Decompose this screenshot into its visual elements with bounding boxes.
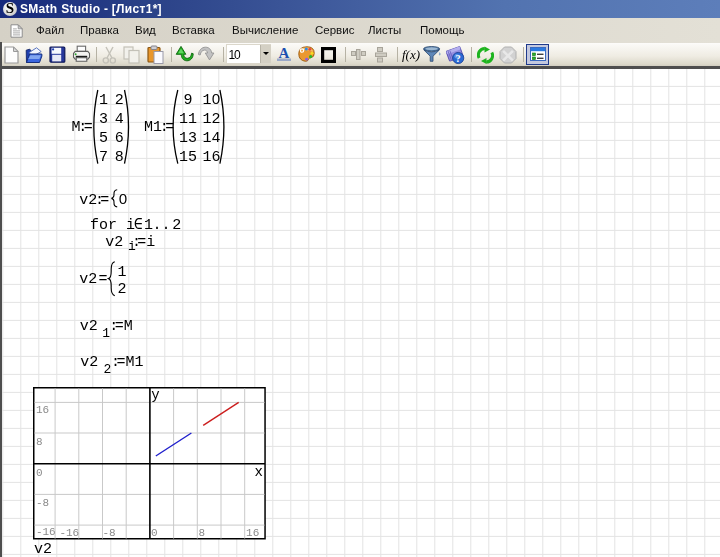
svg-text:-8: -8 — [102, 527, 115, 539]
svg-text:?: ? — [456, 53, 461, 64]
svg-text:8: 8 — [36, 435, 43, 447]
svg-text:0: 0 — [151, 527, 158, 539]
svg-text:-16: -16 — [36, 526, 56, 538]
svg-text:-16: -16 — [59, 527, 79, 539]
svg-text:16: 16 — [36, 404, 49, 416]
svg-text:x: x — [254, 463, 262, 479]
svg-text:-8: -8 — [36, 496, 49, 508]
svg-text:0: 0 — [36, 467, 43, 479]
svg-text:8: 8 — [198, 527, 205, 539]
svg-text:16: 16 — [246, 527, 259, 539]
svg-text:y: y — [151, 387, 159, 403]
